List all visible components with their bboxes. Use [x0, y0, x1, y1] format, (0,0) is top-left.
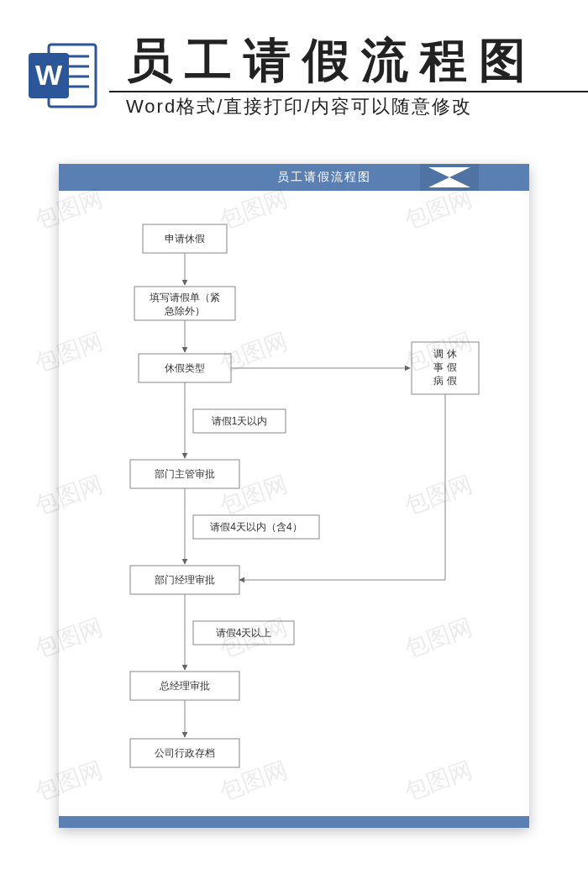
hourglass-icon — [420, 164, 479, 191]
flow-cond-over4-label: 请假4天以上 — [216, 627, 272, 639]
doc-header-bar: 员工请假流程图 — [59, 164, 529, 191]
doc-footer-bar — [59, 816, 529, 828]
flow-node-gm-label: 总经理审批 — [159, 680, 210, 692]
flow-node-leave-type-label: 休假类型 — [165, 362, 205, 374]
flow-node-cat3: 病 假 — [433, 375, 456, 387]
flow-node-cat2: 事 假 — [433, 361, 456, 373]
svg-text:W: W — [35, 59, 63, 91]
flow-node-supervisor-label: 部门主管审批 — [155, 468, 215, 480]
banner: W 员工请假流程图 Word格式/直接打印/内容可以随意修改 — [0, 0, 588, 143]
word-logo-icon: W — [25, 38, 101, 113]
banner-subtitle: Word格式/直接打印/内容可以随意修改 — [126, 94, 472, 119]
flow-node-fill-form-label2: 急除外） — [164, 305, 205, 317]
banner-title: 员工请假流程图 — [126, 29, 538, 93]
flow-node-apply-label: 申请休假 — [165, 233, 205, 245]
flow-cond-4day-label: 请假4天以内（含4） — [210, 521, 302, 533]
document-page: 员工请假流程图 .box{fill:#fff;stroke:#888;strok… — [59, 164, 529, 828]
flow-node-archive-label: 公司行政存档 — [155, 747, 215, 759]
flow-node-manager-label: 部门经理审批 — [155, 574, 215, 586]
flowchart: .box{fill:#fff;stroke:#888;stroke-width:… — [59, 191, 529, 816]
flow-node-fill-form-label1: 填写请假单（紧 — [149, 292, 220, 303]
banner-divider — [109, 91, 588, 92]
page: 包图网 包图网 包图网 包图网 包图网 包图网 包图网 包图网 包图网 包图网 … — [0, 0, 588, 885]
flow-node-cat1: 调 休 — [433, 348, 456, 360]
doc-header-title: 员工请假流程图 — [277, 170, 371, 185]
flow-cond-1day-label: 请假1天以内 — [212, 415, 268, 427]
